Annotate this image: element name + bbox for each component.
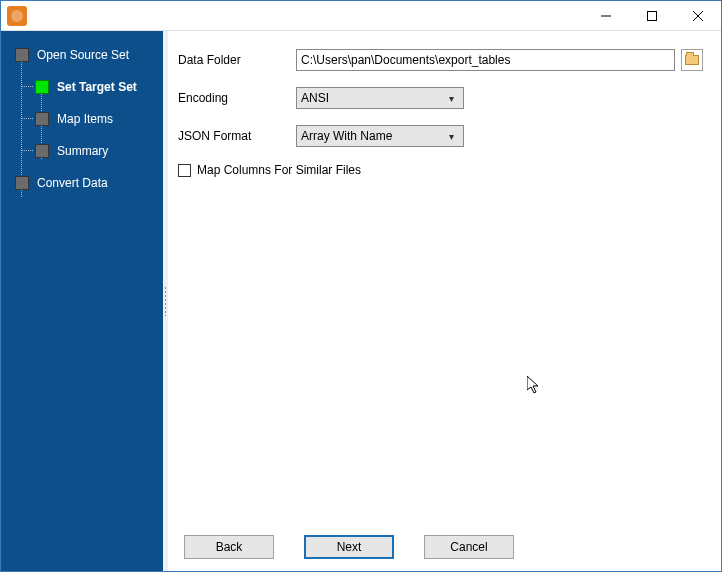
cancel-button[interactable]: Cancel: [424, 535, 514, 559]
app-icon: [7, 6, 27, 26]
close-button[interactable]: [675, 1, 721, 31]
next-button[interactable]: Next: [304, 535, 394, 559]
map-columns-checkbox[interactable]: [178, 164, 191, 177]
back-button-label: Back: [216, 540, 243, 554]
map-columns-row: Map Columns For Similar Files: [178, 163, 703, 177]
json-format-value: Array With Name: [301, 129, 443, 143]
splitter-handle[interactable]: [163, 31, 168, 571]
back-button[interactable]: Back: [184, 535, 274, 559]
step-box-icon: [15, 176, 29, 190]
step-label: Summary: [57, 144, 108, 158]
wizard-step-set-target[interactable]: Set Target Set: [1, 75, 163, 99]
step-label: Convert Data: [37, 176, 108, 190]
minimize-icon: [601, 11, 611, 21]
map-columns-label: Map Columns For Similar Files: [197, 163, 361, 177]
wizard-step-convert-data[interactable]: Convert Data: [1, 171, 163, 195]
step-box-icon: [35, 112, 49, 126]
svg-rect-1: [648, 11, 657, 20]
step-label: Map Items: [57, 112, 113, 126]
main-panel: Data Folder Encoding ANSI ▾ JSON Format …: [168, 31, 721, 571]
json-format-select[interactable]: Array With Name ▾: [296, 125, 464, 147]
browse-folder-button[interactable]: [681, 49, 703, 71]
step-label: Open Source Set: [37, 48, 129, 62]
wizard-step-summary[interactable]: Summary: [1, 139, 163, 163]
data-folder-input[interactable]: [296, 49, 675, 71]
data-folder-label: Data Folder: [178, 53, 296, 67]
encoding-value: ANSI: [301, 91, 443, 105]
step-box-icon: [15, 48, 29, 62]
step-label: Set Target Set: [57, 80, 137, 94]
wizard-sidebar: Open Source Set Set Target Set Map Items…: [1, 31, 163, 571]
maximize-button[interactable]: [629, 1, 675, 31]
wizard-step-open-source[interactable]: Open Source Set: [1, 43, 163, 67]
folder-icon: [685, 55, 699, 65]
step-box-icon: [35, 144, 49, 158]
title-bar: [1, 1, 721, 31]
next-button-label: Next: [337, 540, 362, 554]
minimize-button[interactable]: [583, 1, 629, 31]
maximize-icon: [647, 11, 657, 21]
step-box-icon: [35, 80, 49, 94]
chevron-down-icon: ▾: [443, 131, 459, 142]
encoding-select[interactable]: ANSI ▾: [296, 87, 464, 109]
encoding-label: Encoding: [178, 91, 296, 105]
chevron-down-icon: ▾: [443, 93, 459, 104]
close-icon: [693, 11, 703, 21]
wizard-button-bar: Back Next Cancel: [168, 523, 721, 571]
wizard-step-map-items[interactable]: Map Items: [1, 107, 163, 131]
cancel-button-label: Cancel: [450, 540, 487, 554]
json-format-label: JSON Format: [178, 129, 296, 143]
